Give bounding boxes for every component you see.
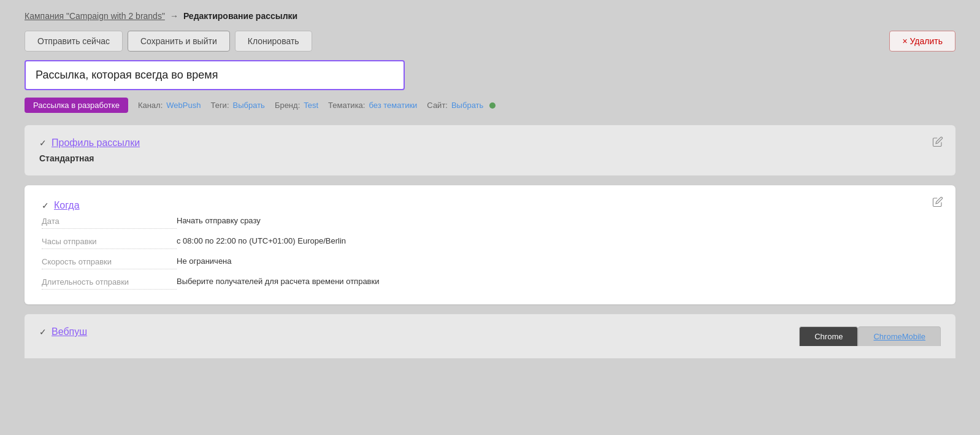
- profile-check-icon: ✓: [39, 138, 47, 148]
- campaign-title-input[interactable]: [25, 60, 405, 90]
- when-check-icon: ✓: [42, 201, 49, 210]
- brand-meta: Бренд: Test: [275, 101, 318, 110]
- webpush-tabs: Chrome ChromeMobile: [799, 326, 941, 346]
- status-bar: Рассылка в разработке Канал: WebPush Тег…: [25, 98, 955, 113]
- tab-chrome-mobile[interactable]: ChromeMobile: [858, 326, 941, 346]
- site-label: Сайт:: [427, 101, 448, 110]
- breadcrumb-current: Редактирование рассылки: [183, 11, 297, 21]
- duration-value: Выберите получателей для расчета времени…: [177, 277, 938, 290]
- breadcrumb-arrow: →: [170, 11, 178, 21]
- when-section-card: ✓ Когда Дата Начать отправку сразу Часы …: [25, 185, 955, 304]
- tags-label: Теги:: [210, 101, 229, 110]
- send-now-button[interactable]: Отправить сейчас: [25, 31, 123, 52]
- hours-label: Часы отправки: [42, 236, 177, 249]
- tags-meta: Теги: Выбрать: [210, 101, 264, 110]
- brand-value[interactable]: Test: [304, 101, 318, 110]
- profile-section-link[interactable]: Профиль рассылки: [52, 137, 140, 148]
- channel-label: Канал:: [138, 101, 163, 110]
- breadcrumb-link[interactable]: Кампания "Campaign with 2 brands": [25, 11, 165, 21]
- speed-value: Не ограничена: [177, 256, 938, 269]
- when-section-link[interactable]: Когда: [54, 200, 80, 211]
- tags-value[interactable]: Выбрать: [233, 101, 265, 110]
- site-status-dot: [489, 102, 496, 109]
- date-label: Дата: [42, 216, 177, 229]
- toolbar: Отправить сейчас Сохранить и выйти Клони…: [0, 27, 980, 60]
- webpush-section-left: ✓ Вебпуш: [39, 326, 87, 337]
- when-edit-button[interactable]: [932, 196, 943, 210]
- profile-subtitle: Стандартная: [39, 153, 941, 163]
- duration-label: Длительность отправки: [42, 277, 177, 290]
- hours-value: с 08:00 по 22:00 по (UTC+01:00) Europe/B…: [177, 236, 938, 249]
- brand-label: Бренд:: [275, 101, 300, 110]
- status-badge: Рассылка в разработке: [25, 98, 128, 113]
- webpush-section-card: ✓ Вебпуш Chrome ChromeMobile: [25, 314, 955, 358]
- when-detail-table: Дата Начать отправку сразу Часы отправки…: [42, 216, 938, 290]
- speed-label: Скорость отправки: [42, 256, 177, 269]
- webpush-check-icon: ✓: [39, 327, 47, 337]
- date-value: Начать отправку сразу: [177, 216, 938, 229]
- site-meta: Сайт: Выбрать: [427, 101, 496, 110]
- channel-value[interactable]: WebPush: [166, 101, 201, 110]
- profile-edit-button[interactable]: [932, 136, 943, 150]
- site-value[interactable]: Выбрать: [451, 101, 483, 110]
- topic-label: Тематика:: [328, 101, 365, 110]
- webpush-section-link[interactable]: Вебпуш: [52, 326, 87, 337]
- profile-section-title: ✓ Профиль рассылки: [39, 137, 941, 148]
- channel-meta: Канал: WebPush: [138, 101, 201, 110]
- save-exit-button[interactable]: Сохранить и выйти: [128, 31, 230, 52]
- breadcrumb: Кампания "Campaign with 2 brands" → Реда…: [0, 0, 980, 27]
- tab-chrome[interactable]: Chrome: [799, 326, 858, 346]
- page-wrapper: Кампания "Campaign with 2 brands" → Реда…: [0, 0, 980, 435]
- delete-button[interactable]: × Удалить: [889, 31, 955, 52]
- topic-meta: Тематика: без тематики: [328, 101, 417, 110]
- topic-value[interactable]: без тематики: [369, 101, 417, 110]
- profile-section-card: ✓ Профиль рассылки Стандартная: [25, 125, 955, 175]
- clone-button[interactable]: Клонировать: [235, 31, 312, 52]
- main-content: Рассылка в разработке Канал: WebPush Тег…: [0, 60, 980, 358]
- when-section-title: ✓ Когда: [42, 200, 938, 211]
